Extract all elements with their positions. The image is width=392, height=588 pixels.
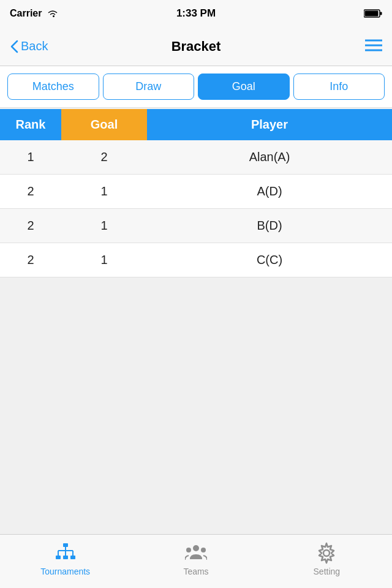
cell-player: Alan(A): [147, 140, 392, 174]
cell-rank: 1: [0, 140, 61, 174]
tab-matches[interactable]: Matches: [7, 74, 99, 100]
cell-goal: 2: [61, 140, 147, 174]
teams-icon: [185, 542, 207, 564]
tab-goal[interactable]: Goal: [198, 74, 290, 100]
cell-goal: 1: [61, 175, 147, 208]
svg-rect-7: [56, 556, 61, 559]
svg-rect-8: [63, 556, 68, 559]
battery-icon: [364, 9, 382, 18]
setting-icon: [315, 542, 337, 564]
page-title: Bracket: [172, 39, 221, 55]
nav-bar: Back Bracket: [0, 27, 392, 66]
header-player: Player: [147, 109, 392, 140]
status-time: 1:33 PM: [176, 7, 216, 20]
table-body: 1 2 Alan(A) 2 1 A(D) 2 1 B(D) 2 1 C(C): [0, 140, 392, 277]
goal-table: Rank Goal Player 1 2 Alan(A) 2 1 A(D) 2 …: [0, 109, 392, 277]
back-button[interactable]: Back: [10, 39, 48, 53]
table-row: 1 2 Alan(A): [0, 140, 392, 175]
table-row: 2 1 C(C): [0, 243, 392, 277]
svg-point-16: [186, 548, 191, 552]
svg-point-15: [193, 545, 199, 551]
setting-label: Setting: [314, 567, 341, 576]
main-content: Rank Goal Player 1 2 Alan(A) 2 1 A(D) 2 …: [0, 109, 392, 277]
cell-rank: 2: [0, 243, 61, 277]
table-row: 2 1 B(D): [0, 209, 392, 243]
teams-label: Teams: [183, 567, 208, 576]
status-right: [364, 9, 382, 18]
tournaments-icon: [55, 542, 77, 564]
cell-goal: 1: [61, 243, 147, 277]
wifi-icon: [47, 9, 59, 18]
tab-selector: Matches Draw Goal Info: [0, 66, 392, 108]
bottom-tab-setting[interactable]: Setting: [262, 542, 392, 581]
header-rank: Rank: [0, 109, 61, 140]
table-header: Rank Goal Player: [0, 109, 392, 140]
chevron-left-icon: [10, 40, 18, 53]
svg-rect-9: [70, 556, 75, 559]
bottom-tab-tournaments[interactable]: Tournaments: [0, 542, 130, 581]
tab-info[interactable]: Info: [293, 74, 385, 100]
table-row: 2 1 A(D): [0, 175, 392, 209]
status-bar: Carrier 1:33 PM: [0, 0, 392, 27]
tournaments-label: Tournaments: [40, 567, 90, 576]
svg-rect-2: [365, 11, 379, 17]
cell-rank: 2: [0, 209, 61, 243]
svg-point-18: [323, 550, 330, 556]
header-goal: Goal: [61, 109, 147, 140]
svg-rect-1: [380, 12, 382, 15]
cell-goal: 1: [61, 209, 147, 243]
back-label: Back: [21, 39, 48, 53]
cell-player: C(C): [147, 243, 392, 277]
cell-player: B(D): [147, 209, 392, 243]
hamburger-icon: [365, 39, 382, 52]
bottom-tab-bar: Tournaments Teams Setting: [0, 534, 392, 588]
bottom-tab-teams[interactable]: Teams: [130, 542, 261, 581]
carrier-label: Carrier: [10, 8, 42, 19]
cell-player: A(D): [147, 175, 392, 208]
cell-rank: 2: [0, 175, 61, 208]
status-left: Carrier: [10, 8, 59, 19]
svg-rect-6: [63, 543, 68, 547]
svg-point-17: [201, 548, 206, 552]
menu-button[interactable]: [365, 39, 382, 55]
tab-draw[interactable]: Draw: [103, 74, 195, 100]
